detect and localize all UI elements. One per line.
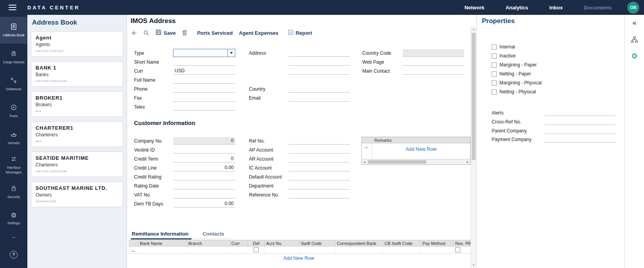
ic-account-input[interactable] bbox=[289, 164, 350, 172]
main-contact-input[interactable] bbox=[402, 67, 464, 75]
payment-company-input[interactable] bbox=[545, 137, 615, 143]
column-header[interactable]: Swift Code bbox=[299, 240, 335, 246]
ar-account-input[interactable] bbox=[289, 155, 350, 163]
fax-input[interactable] bbox=[173, 94, 235, 102]
credit-rating-input[interactable] bbox=[173, 173, 235, 180]
scroll-down-icon[interactable]: ▼ bbox=[471, 262, 476, 268]
phone-input[interactable] bbox=[173, 85, 235, 93]
inactive-checkbox[interactable] bbox=[492, 54, 497, 59]
scrollbar-thumb[interactable] bbox=[472, 33, 476, 160]
column-header[interactable]: Curr bbox=[230, 240, 248, 246]
properties-gear-icon[interactable]: ⚙ bbox=[630, 52, 640, 61]
sidebar-item-help[interactable]: ? bbox=[0, 247, 27, 263]
scroll-up-icon[interactable]: ▲ bbox=[471, 26, 476, 32]
short-name-input[interactable] bbox=[173, 58, 235, 66]
dem-tb-days-input[interactable]: 0.00 bbox=[173, 200, 235, 207]
chevron-down-icon[interactable] bbox=[227, 49, 235, 57]
res-pb-checkbox[interactable] bbox=[455, 247, 460, 252]
type-dropdown[interactable] bbox=[173, 49, 235, 57]
report-button[interactable]: Report bbox=[288, 30, 312, 36]
address-entry-card[interactable]: SOUTHEAST MARINE LTD. Owners SINGAPORE bbox=[31, 182, 123, 207]
address-entry-card[interactable]: CHARTERER1 Charterers N/A bbox=[31, 121, 123, 147]
department-input[interactable] bbox=[289, 182, 350, 189]
country-input[interactable] bbox=[289, 85, 350, 93]
email-input[interactable] bbox=[289, 94, 350, 102]
address-entry-card[interactable]: SEATIDE MARITIME Charterers UNITED KINGD… bbox=[31, 152, 123, 177]
address-book-panel: Address Book Agent Agents UNITED STATES … bbox=[27, 15, 127, 268]
tab-remittance-information[interactable]: Remittance Information bbox=[131, 230, 191, 239]
property-field-cross-ref-no: Cross-Ref No. bbox=[492, 118, 615, 125]
address-line1-input[interactable] bbox=[289, 49, 350, 57]
def-checkbox[interactable] bbox=[254, 247, 259, 252]
credit-term-input[interactable]: 0 bbox=[173, 155, 235, 163]
add-button[interactable] bbox=[131, 30, 137, 36]
remarks-horizontal-scrollbar[interactable]: ◄ ► bbox=[362, 159, 470, 164]
search-button[interactable] bbox=[143, 30, 149, 36]
scrollbar-thumb[interactable] bbox=[368, 160, 426, 164]
margining-paper-checkbox[interactable] bbox=[492, 63, 497, 68]
entry-type: Brokers bbox=[36, 102, 118, 107]
ports-serviced-button[interactable]: Ports Serviced bbox=[197, 30, 233, 36]
main-vertical-scrollbar[interactable]: ▲ ▼ bbox=[470, 26, 476, 268]
sidebar-item-ports[interactable]: Ports bbox=[0, 98, 27, 125]
right-tool-rail: « ⚙ bbox=[624, 15, 644, 268]
ap-account-input[interactable] bbox=[289, 146, 350, 154]
sidebar-item-address-book[interactable]: Address Book bbox=[0, 17, 27, 44]
address-entry-card[interactable]: Agent Agents UNITED STATES bbox=[31, 31, 123, 57]
cross-ref-no-input[interactable] bbox=[545, 119, 615, 125]
alerts-input[interactable] bbox=[545, 110, 615, 116]
hamburger-menu-icon[interactable] bbox=[9, 5, 16, 10]
address-entry-card[interactable]: BANK 1 Banks UNITED KINGDOM bbox=[31, 61, 123, 87]
tab-contacts[interactable]: Contacts bbox=[202, 230, 227, 239]
telex-input[interactable] bbox=[173, 103, 235, 111]
column-header[interactable]: Acct No. bbox=[265, 240, 299, 246]
veslink-id-input[interactable] bbox=[173, 146, 235, 154]
full-name-input[interactable] bbox=[173, 76, 235, 84]
sidebar-item-security[interactable]: Security bbox=[0, 179, 27, 205]
nav-analytics[interactable]: Analytics bbox=[506, 5, 528, 11]
sidebar-item-interface-messages[interactable]: Interface Messages bbox=[0, 152, 27, 179]
hierarchy-icon[interactable] bbox=[630, 35, 640, 44]
column-header[interactable]: Branch bbox=[187, 240, 230, 246]
web-page-input[interactable] bbox=[402, 58, 464, 66]
reference-no-input[interactable] bbox=[289, 191, 350, 198]
column-header[interactable]: Correspondent Bank bbox=[335, 240, 383, 246]
sidebar-item-cargo-names[interactable]: Cargo Names bbox=[0, 44, 27, 71]
vat-no-input[interactable] bbox=[173, 191, 235, 198]
ref-no-input[interactable] bbox=[289, 137, 350, 145]
scroll-right-icon[interactable]: ► bbox=[465, 161, 470, 163]
sidebar-item-collapsed[interactable]: – bbox=[0, 232, 27, 242]
remarks-row-handle[interactable]: … bbox=[362, 143, 372, 159]
netting-physical-checkbox[interactable] bbox=[492, 89, 497, 95]
row-handle[interactable]: … bbox=[129, 247, 138, 253]
sidebar-item-settings[interactable]: ⚙ Settings bbox=[0, 205, 27, 232]
nav-documents[interactable]: Documents bbox=[584, 5, 612, 11]
column-header[interactable]: Def bbox=[248, 240, 265, 246]
nav-network[interactable]: Network bbox=[464, 5, 484, 11]
internal-checkbox[interactable] bbox=[492, 45, 497, 50]
address-line2-input[interactable] bbox=[289, 58, 350, 66]
save-button[interactable]: Save bbox=[156, 29, 175, 36]
margining-physical-checkbox[interactable] bbox=[492, 80, 497, 86]
column-header[interactable]: Pay Method bbox=[421, 240, 454, 246]
delete-button[interactable] bbox=[182, 30, 188, 36]
rating-date-input[interactable] bbox=[173, 182, 235, 189]
user-avatar[interactable]: OB bbox=[628, 2, 639, 13]
credit-line-input[interactable]: 0.00 bbox=[173, 164, 235, 172]
column-header[interactable]: Bank Name bbox=[138, 240, 187, 246]
default-account-input[interactable] bbox=[289, 173, 350, 180]
column-header[interactable]: CB Swift Code bbox=[383, 240, 421, 246]
sidebar-item-distances[interactable]: Distances bbox=[0, 71, 27, 98]
collapse-panel-icon[interactable]: « bbox=[630, 18, 640, 27]
remarks-add-new-row-link[interactable]: Add New Row bbox=[406, 147, 436, 159]
address-line3-input[interactable] bbox=[289, 67, 350, 75]
address-entry-card[interactable]: BROKER1 Brokers N/A bbox=[31, 91, 123, 117]
sidebar-item-vessels[interactable]: Vessels bbox=[0, 125, 27, 152]
netting-paper-checkbox[interactable] bbox=[492, 71, 497, 77]
nav-inbox[interactable]: Inbox bbox=[549, 5, 563, 11]
scroll-left-icon[interactable]: ◄ bbox=[362, 161, 367, 163]
agent-expenses-button[interactable]: Agent Expenses bbox=[239, 30, 278, 36]
parent-company-input[interactable] bbox=[545, 128, 615, 134]
table-add-new-row-link[interactable]: Add New Row bbox=[283, 255, 314, 261]
curr-input[interactable]: USD bbox=[173, 67, 235, 75]
